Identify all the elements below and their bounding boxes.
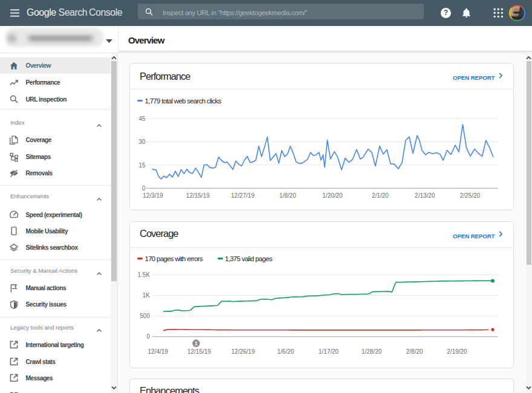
svg-text:12/26/19: 12/26/19 (232, 348, 255, 355)
svg-text:1.5K: 1.5K (137, 271, 150, 278)
svg-text:1/17/20: 1/17/20 (319, 348, 339, 355)
svg-text:12/15/19: 12/15/19 (187, 348, 211, 355)
svg-text:1K: 1K (143, 292, 151, 299)
svg-text:1/6/20: 1/6/20 (277, 348, 294, 355)
svg-text:2/19/20: 2/19/20 (447, 348, 467, 355)
svg-text:12/4/19: 12/4/19 (148, 348, 169, 355)
svg-text:0: 0 (146, 333, 150, 340)
svg-text:500: 500 (140, 313, 150, 319)
svg-text:1/28/20: 1/28/20 (362, 348, 382, 355)
svg-text:2/8/20: 2/8/20 (406, 348, 423, 355)
svg-text:1: 1 (195, 340, 198, 346)
